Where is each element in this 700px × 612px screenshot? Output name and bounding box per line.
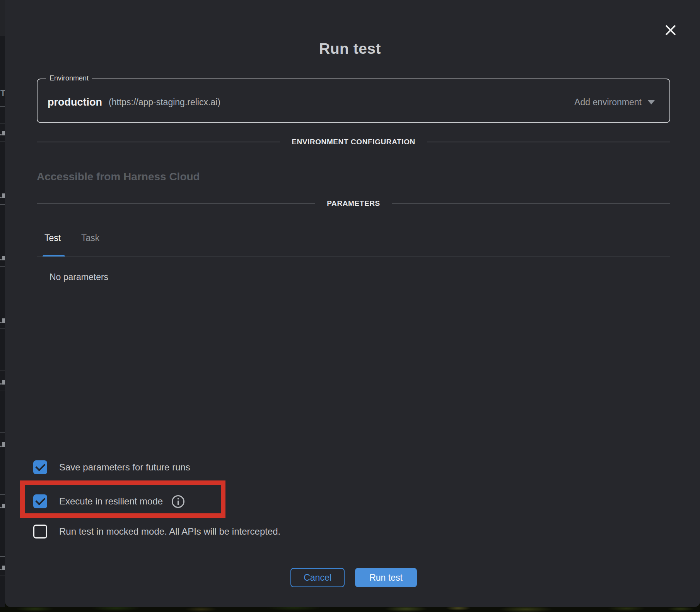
divider-line [37,203,315,204]
chevron-down-icon [648,100,655,104]
background-row-fragment [0,193,5,198]
add-environment-label: Add environment [574,97,642,108]
background-divider [0,106,5,107]
background-row-fragment [0,255,5,261]
background-page-sliver: T [0,0,5,607]
background-divider [0,123,5,123]
info-icon-dot [178,498,179,499]
parameters-heading: PARAMETERS [327,199,380,208]
background-text-fragment: T [0,88,5,98]
tab-task[interactable]: Task [81,233,99,243]
background-divider [0,142,5,142]
environment-field-row: production (https://app-staging.relicx.a… [38,79,669,122]
background-row-fragment [0,442,5,447]
add-environment-dropdown[interactable]: Add environment [574,97,655,108]
environment-configuration-divider: ENVIRONMENT CONFIGURATION [37,138,670,146]
divider-line [37,142,280,142]
background-divider [0,433,5,433]
info-icon[interactable] [172,495,184,508]
background-divider [0,390,5,390]
divider-line [427,142,670,142]
run-test-button[interactable]: Run test [355,568,417,587]
background-divider [0,185,5,185]
option-resilient-mode: Execute in resilient mode [33,494,184,508]
modal-title: Run test [0,40,700,57]
screen: T Run test Environment [0,0,700,612]
option-label: Save parameters for future runs [59,462,190,473]
tab-test[interactable]: Test [44,233,61,243]
background-row-fragment [0,565,5,571]
tabs-bottom-border [37,256,670,257]
no-parameters-text: No parameters [50,272,108,282]
background-row-fragment [0,318,5,323]
close-button[interactable] [662,22,679,39]
info-icon-stem [178,501,179,505]
background-divider [0,452,5,452]
background-divider [0,371,5,371]
cancel-button[interactable]: Cancel [290,568,345,587]
background-row-fragment [0,130,5,136]
background-divider [0,576,5,576]
background-divider [0,204,5,205]
background-divider [0,556,5,557]
background-block [0,0,5,36]
option-save-parameters: Save parameters for future runs [33,460,190,474]
mocked-mode-checkbox[interactable] [33,525,47,538]
check-icon [35,461,45,471]
environment-name: production [48,96,102,108]
option-label: Execute in resilient mode [59,496,163,507]
background-row-fragment [0,503,5,509]
background-row-fragment [0,380,5,385]
accessible-note: Accessible from Harness Cloud [37,171,200,183]
environment-configuration-heading: ENVIRONMENT CONFIGURATION [292,138,415,146]
background-divider [0,247,5,247]
divider-line [392,203,670,204]
environment-url: (https://app-staging.relicx.ai) [109,97,220,108]
save-parameters-checkbox[interactable] [33,460,47,474]
background-divider [0,309,5,309]
parameters-divider: PARAMETERS [37,199,670,208]
background-divider [0,266,5,267]
option-label: Run test in mocked mode. All APIs will b… [59,526,280,537]
environment-field[interactable]: Environment production (https://app-stag… [37,79,670,123]
background-divider [0,328,5,328]
check-icon [35,495,45,505]
background-divider [0,514,5,514]
resilient-mode-checkbox[interactable] [33,494,47,508]
background-divider [0,494,5,495]
option-mocked-mode: Run test in mocked mode. All APIs will b… [33,525,280,538]
